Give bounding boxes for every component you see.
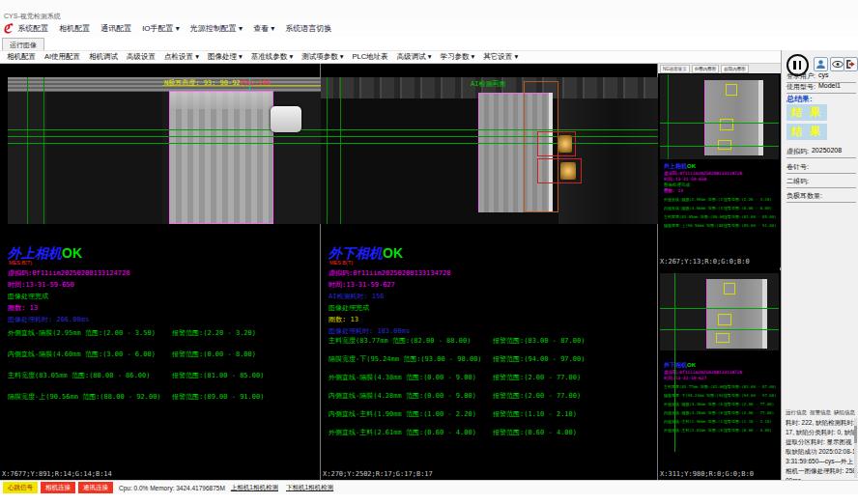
time-line: 时间:13-31-59-650 (8, 279, 129, 291)
measurement-row: 隔膜宽度-上(90.56mm 范围:(88.00 - 92.00)报警范围:(8… (664, 223, 778, 232)
user-button[interactable] (814, 57, 828, 71)
camera-name: 外下相机 (664, 362, 687, 368)
status-badge: 相机连接 (41, 482, 75, 493)
main-area: N极耳高度: 93: 90-92内值:100 外上相机OK MES:B(T) 虚… (0, 64, 781, 480)
cell-block-region (706, 279, 764, 349)
toolbar-item[interactable]: 点检设置 ▾ (164, 52, 199, 62)
mini-views-column: NG画面显示外圈内圈图超限内圈图 外上相机OK 虚拟码:0f11iim20250… (658, 64, 781, 480)
roi-box-yellow (718, 314, 731, 325)
menu-items: 系统配置相机配置通讯配置IO手配置 ▾光源控制配置 ▾查看 ▾系统语言切换 (17, 23, 331, 34)
reference-line-vertical (43, 77, 44, 224)
mini-tab[interactable]: 外圈内圈图 (692, 65, 720, 73)
turns-line: 圈数: 13 (664, 188, 742, 194)
status-link[interactable]: 下相机1相机检测 (286, 484, 333, 492)
reference-line-vertical (340, 77, 341, 224)
menu-item[interactable]: 系统配置 (17, 23, 48, 34)
reference-line-horizontal (660, 146, 779, 147)
menu-item[interactable]: 通讯配置 (100, 23, 131, 34)
toolbar-item[interactable]: 图像处理 ▾ (208, 52, 243, 62)
cursor-status-mini-top: X:267;Y:13;R:0;G:0;B:0 (658, 258, 781, 267)
app-logo-icon: ℭ (3, 21, 12, 36)
cursor-status-mini-bottom: X:311;Y:980;R:0;G:0;B:0 (658, 470, 781, 480)
toolbar-item[interactable]: 学习参数 ▾ (440, 52, 474, 62)
mini-result-title: 外上相机OK (664, 162, 696, 171)
time-line: 时间:13-31-59-627 (664, 376, 742, 381)
toolbar-item[interactable]: AI使用配置 (44, 52, 80, 62)
measurement-row: 隔膜宽度-下(95.24mm 范围:(93.00 - 98.00)报警范围:(9… (664, 393, 778, 402)
menu-item[interactable]: 相机配置 (59, 23, 90, 34)
measurement-row: 外侧直线-主料(2.61mm 范围:(0.60 - 4.00)报警范围:(0.6… (664, 428, 778, 436)
mini-view-tabs: NG画面显示外圈内圈图超限内圈图 (658, 64, 781, 73)
reference-line-horizontal (321, 136, 658, 137)
menu-item[interactable]: 查看 ▾ (253, 23, 274, 34)
virtual-code-field: 虚拟码: 20250208 (786, 147, 856, 158)
measurement-row: 内侧直线-隔膜(4.60mm 范围:(3.00 - 6.00)报警范围:(0.0… (8, 350, 316, 371)
view-button[interactable] (830, 57, 844, 71)
measurement-row: 外侧直线-隔膜(4.38mm 范围:(0.00 - 9.00)报警范围:(2.0… (329, 373, 653, 391)
logout-button[interactable] (844, 57, 858, 71)
measurement-row: 主料宽度(83.77mm 范围:(82.00 - 88.00)报警范围:(83.… (664, 384, 778, 393)
model-label: 使用型号: (786, 82, 815, 92)
toolbar-item[interactable]: 基准线参数 ▾ (251, 52, 293, 62)
tab-count-label: 负极耳数量: (786, 191, 822, 201)
needle-field: 卷针号: (786, 162, 856, 174)
camera-image-mid[interactable]: AI检测画面 (321, 77, 658, 224)
turns-line: 圈数: 13 (8, 302, 129, 314)
mini-tab[interactable]: 超限内圈图 (721, 65, 749, 73)
status-link[interactable]: 上相机1相机检测 (231, 484, 278, 492)
mini-view-bottom[interactable]: 外下相机OK 虚拟码:0f11iim20250208133134728 时间:1… (658, 270, 781, 480)
measurement-rows: 外侧直线-隔膜(2.95mm 范围:(2.00 - 3.50)报警范围:(2.2… (8, 328, 316, 413)
mini-view-top[interactable]: NG画面显示外圈内圈图超限内圈图 外上相机OK 虚拟码:0f11iim20250… (658, 64, 781, 267)
status-badge: 通讯连接 (78, 482, 113, 493)
toolbar-item[interactable]: 其它设置 ▾ (483, 52, 518, 62)
turns-line: 圈数: 13 (329, 314, 450, 325)
log-scrollbar[interactable] (854, 418, 857, 478)
roi-box-yellow (716, 333, 729, 343)
reference-line-horizontal (660, 123, 779, 124)
result-box-1: 结 果 (786, 104, 827, 121)
ai-view-label: AI检测画面 (471, 79, 505, 89)
measure-value-yellow: N极耳高度: 93: 90-92 (164, 79, 241, 87)
qr-label: 二维码: (786, 177, 809, 186)
mes-status: MES:B(T) (329, 260, 353, 266)
toolbar-item[interactable]: PLC地址表 (353, 52, 388, 62)
title-bar: CYS-视觉检测系统 (0, 0, 858, 20)
toolbar-item[interactable]: 相机调试 (89, 52, 118, 62)
virtual-code-label: 虚拟码: (786, 147, 809, 156)
camera-view-upper-outer[interactable]: N极耳高度: 93: 90-92内值:100 外上相机OK MES:B(T) 虚… (0, 64, 321, 480)
mini-image-top[interactable] (660, 74, 779, 159)
camera-image-left[interactable]: N极耳高度: 93: 90-92内值:100 (8, 77, 321, 224)
menu-item[interactable]: 光源控制配置 ▾ (190, 23, 243, 34)
measurement-row: 内侧直线-隔膜(4.60mm 范围:(3.00 - 6.00)报警范围:(0.0… (664, 206, 778, 214)
reference-line-horizontal (8, 143, 321, 144)
camera-view-lower-outer[interactable]: AI检测画面 外下相机OK MES:B(T) 虚拟码:0f11iim202502… (321, 64, 658, 480)
done-line: 图像处理完成 (8, 291, 129, 302)
bright-edge (762, 279, 767, 349)
mini-tab[interactable]: NG画面显示 (660, 65, 690, 73)
measurement-row: 外侧直线-主料(2.61mm 范围:(0.60 - 4.00)报警范围:(0.6… (329, 428, 653, 446)
menu-item[interactable]: IO手配置 ▾ (142, 23, 180, 34)
toolbar-items: 相机配置AI使用配置相机调试高级设置点检设置 ▾图像处理 ▾基准线参数 ▾测试项… (7, 52, 518, 62)
toolbar-item[interactable]: 测试项参数 ▾ (301, 52, 343, 62)
scrollbar-thumb[interactable] (854, 426, 857, 443)
mini-image-bottom[interactable] (660, 273, 779, 350)
bright-edge (758, 80, 763, 155)
toolbar-item[interactable]: 高级调试 ▾ (397, 52, 432, 62)
mini-result-title: 外下相机OK (664, 361, 696, 370)
elapsed-line: 图像处理耗时: 266.00ms (8, 314, 129, 325)
total-result-label: 总结果: (786, 94, 813, 104)
info-tab[interactable]: 缺陷信息 (834, 409, 855, 416)
info-tab[interactable]: 运行信息 (786, 409, 807, 416)
toolbar-item[interactable]: 高级设置 (127, 52, 156, 62)
toolbar-item[interactable]: 相机配置 (7, 52, 36, 62)
highlight-region (558, 135, 572, 153)
app-window: CYS-视觉检测系统 ℭ 系统配置相机配置通讯配置IO手配置 ▾光源控制配置 ▾… (0, 0, 858, 504)
menu-item[interactable]: 系统语言切换 (285, 23, 331, 34)
measurement-row: 隔膜宽度-上(90.56mm 范围:(88.00 - 92.00)报警范围:(8… (8, 392, 316, 413)
camera-name: 外下相机 (329, 245, 383, 261)
camera-name: 外上相机 (8, 245, 62, 261)
info-tab[interactable]: 报警信息 (810, 409, 831, 416)
ai-time-line: AI检测耗时: 156 (329, 291, 450, 302)
result-ok-badge: OK (687, 362, 696, 368)
reference-line-horizontal (660, 329, 779, 330)
